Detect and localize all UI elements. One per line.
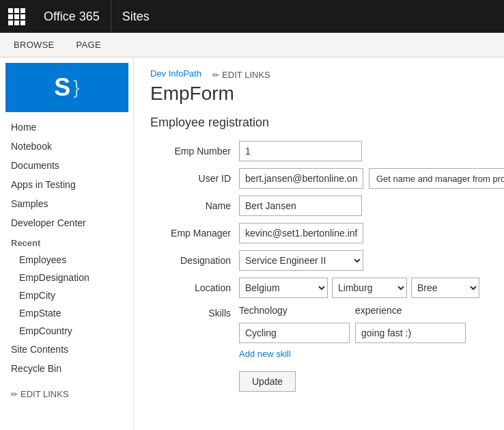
location-country-select[interactable]: Belgium Netherlands Germany France [239,278,328,298]
waffle-button[interactable] [0,0,33,33]
emp-manager-input[interactable] [239,223,363,243]
pencil-icon-header: ✏ [212,70,219,80]
location-field: Belgium Netherlands Germany France Limbu… [239,278,488,298]
designation-select[interactable]: Service Engineer II Manager Director VP [239,250,363,271]
user-id-input[interactable] [239,168,363,189]
sidebar-item-samples[interactable]: Samples [0,194,133,213]
logo-bracket: } [73,77,79,98]
edit-links-header-label: EDIT LINKS [222,70,270,80]
update-button[interactable]: Update [239,371,296,392]
sidebar-item-developer-center[interactable]: Developer Center [0,213,133,232]
page-title: EmpForm [150,83,488,105]
content-area: Dev InfoPath ✏ EDIT LINKS EmpForm Employ… [134,57,504,430]
sidebar: S } Home Notebook Documents Apps in Test… [0,57,134,430]
waffle-icon [8,8,25,25]
location-label: Location [150,282,239,293]
top-bar: Office 365 Sites [0,0,504,33]
designation-field: Service Engineer II Manager Director VP [239,250,488,271]
sidebar-recent-employees[interactable]: Employees [0,251,133,269]
sidebar-item-site-contents[interactable]: Site Contents [0,340,133,359]
ribbon-page[interactable]: PAGE [74,33,104,57]
pencil-icon: ✏ [11,390,18,399]
skills-label: Skills [150,305,239,319]
breadcrumb[interactable]: Dev InfoPath [150,68,201,79]
skills-col2-label: experience [355,305,402,316]
name-field [239,196,488,216]
name-label: Name [150,200,239,211]
skill1-tech-input[interactable] [239,323,350,343]
emp-manager-field [239,223,488,243]
location-city-select[interactable]: Bree Hasselt Genk Tongeren [411,278,479,298]
sidebar-edit-links[interactable]: ✏ EDIT LINKS [0,384,133,405]
recent-section-label: Recent [0,232,133,251]
app-title: Office 365 [33,0,111,33]
get-profile-button[interactable]: Get name and manager from profile [369,168,504,189]
location-row: Location Belgium Netherlands Germany Fra… [150,278,488,298]
emp-manager-label: Emp Manager [150,228,239,239]
sidebar-recent-empstate[interactable]: EmpState [0,304,133,322]
emp-number-row: Emp Number [150,141,488,161]
name-row: Name [150,196,488,216]
ribbon-bar: BROWSE PAGE [0,33,504,57]
sidebar-recent-empcountry[interactable]: EmpCountry [0,322,133,340]
form-title: Employee registration [150,116,488,130]
designation-label: Designation [150,255,239,266]
skills-header: Technology experience [239,305,402,316]
sidebar-item-notebook[interactable]: Notebook [0,137,133,156]
location-region-select[interactable]: Limburg Antwerp Brussels Ghent [332,278,407,298]
sidebar-item-apps-testing[interactable]: Apps in Testing [0,175,133,194]
skills-field: Technology experience Add new skill [239,305,488,359]
emp-manager-row: Emp Manager [150,223,488,243]
name-input[interactable] [239,196,362,216]
main-layout: S } Home Notebook Documents Apps in Test… [0,57,504,430]
sidebar-recent-empdesignation[interactable]: EmpDesignation [0,269,133,286]
add-skill-link[interactable]: Add new skill [239,349,291,359]
location-group: Belgium Netherlands Germany France Limbu… [239,278,479,298]
sidebar-item-recycle-bin[interactable]: Recycle Bin [0,359,133,378]
user-id-label: User ID [150,173,239,184]
designation-row: Designation Service Engineer II Manager … [150,250,488,271]
user-id-row: User ID Get name and manager from profil… [150,168,488,189]
sites-label: Sites [111,0,160,33]
user-id-field: Get name and manager from profile [239,168,504,189]
ribbon-browse[interactable]: BROWSE [11,33,57,57]
emp-number-input[interactable] [239,141,362,161]
skill1-row [239,323,466,343]
emp-number-label: Emp Number [150,146,239,157]
edit-links-label: EDIT LINKS [20,389,69,399]
skills-row: Skills Technology experience Add new ski… [150,305,488,359]
update-row: Update [150,366,488,392]
site-logo: S } [5,63,128,112]
sidebar-item-documents[interactable]: Documents [0,156,133,175]
sidebar-recent-empcity[interactable]: EmpCity [0,286,133,304]
logo-letter: S [54,73,70,102]
content-edit-links[interactable]: ✏ EDIT LINKS [212,70,270,80]
skill1-exp-input[interactable] [355,323,466,343]
skills-col1-label: Technology [239,305,355,316]
sidebar-item-home[interactable]: Home [0,118,133,137]
emp-number-field [239,141,488,161]
